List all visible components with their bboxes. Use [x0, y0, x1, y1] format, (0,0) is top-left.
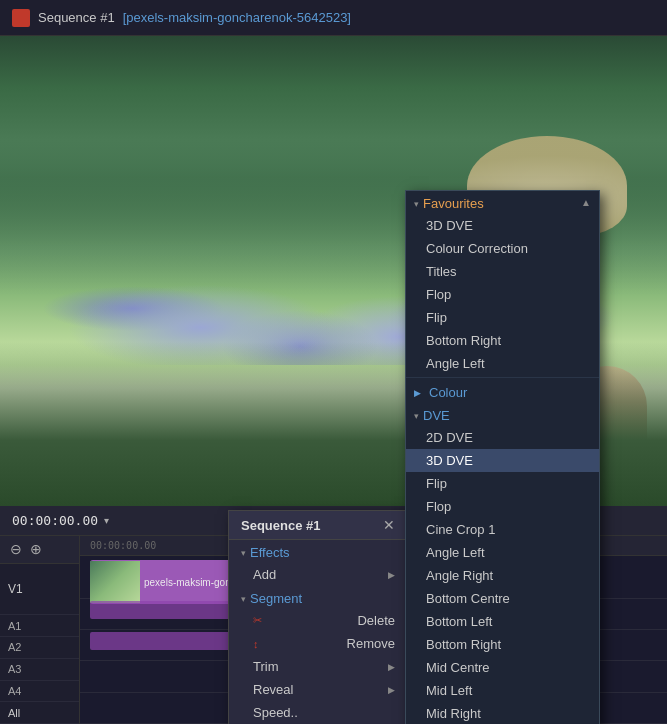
- fav-3d-dve-item[interactable]: 3D DVE: [406, 214, 599, 237]
- effects-section-header: ▾ Effects: [229, 540, 407, 563]
- dve-bottom-right-item[interactable]: Bottom Right: [406, 633, 599, 656]
- remove-icon: ↕: [253, 638, 259, 650]
- title-bar: Sequence #1 [pexels-maksim-goncharenok-5…: [0, 0, 667, 36]
- favourites-chevron-icon: ▾: [414, 199, 419, 209]
- delete-label: Delete: [357, 613, 395, 628]
- submenu-scroll-up-icon[interactable]: ▲: [581, 197, 591, 208]
- timecode-display: 00:00:00.00: [12, 513, 98, 528]
- dve-angle-left-item[interactable]: Angle Left: [406, 541, 599, 564]
- fav-flop-item[interactable]: Flop: [406, 283, 599, 306]
- remove-label: Remove: [347, 636, 395, 651]
- reveal-menu-item[interactable]: Reveal: [229, 678, 407, 701]
- dve-angle-right-item[interactable]: Angle Right: [406, 564, 599, 587]
- fav-titles-item[interactable]: Titles: [406, 260, 599, 283]
- effects-submenu: ▲ ▾ Favourites 3D DVE Colour Correction …: [405, 190, 600, 724]
- track-label-a3: A3: [0, 659, 79, 681]
- add-menu-item[interactable]: Add: [229, 563, 407, 586]
- speed-label: Speed..: [253, 705, 298, 720]
- track-label-a1: A1: [0, 615, 79, 637]
- dve-section-header: ▾ DVE: [406, 403, 599, 426]
- dve-label: DVE: [423, 408, 450, 423]
- zoom-out-button[interactable]: ⊖: [8, 541, 24, 557]
- sequence-menu-close-button[interactable]: ✕: [383, 517, 395, 533]
- trim-menu-item[interactable]: Trim: [229, 655, 407, 678]
- dve-mid-centre-item[interactable]: Mid Centre: [406, 656, 599, 679]
- delete-menu-item[interactable]: ✂ Delete: [229, 609, 407, 632]
- sequence-title: Sequence #1: [38, 10, 115, 25]
- favourites-label: Favourites: [423, 196, 484, 211]
- dve-flip-item[interactable]: Flip: [406, 472, 599, 495]
- dve-bottom-left-item[interactable]: Bottom Left: [406, 610, 599, 633]
- track-label-a4: A4: [0, 681, 79, 703]
- fav-colour-correction-item[interactable]: Colour Correction: [406, 237, 599, 260]
- timeline-controls: ⊖ ⊕: [0, 536, 79, 564]
- segment-chevron-icon: ▾: [241, 594, 246, 604]
- file-name: [pexels-maksim-goncharenok-5642523]: [123, 10, 351, 25]
- dve-mid-left-item[interactable]: Mid Left: [406, 679, 599, 702]
- dve-flop-item[interactable]: Flop: [406, 495, 599, 518]
- track-labels: ⊖ ⊕ V1 A1 A2 A3 A4 All: [0, 536, 80, 724]
- track-label-v1: V1: [0, 564, 79, 615]
- add-label: Add: [253, 567, 276, 582]
- ruler-timecode: 00:00:00.00: [90, 540, 156, 551]
- effects-chevron-icon: ▾: [241, 548, 246, 558]
- speed-menu-item[interactable]: Speed..: [229, 701, 407, 724]
- clip-thumbnail: [90, 561, 140, 603]
- v1-label: V1: [8, 582, 23, 596]
- colour-section-header[interactable]: ▶ Colour: [406, 380, 599, 403]
- segment-section-header: ▾ Segment: [229, 586, 407, 609]
- remove-menu-item[interactable]: ↕ Remove: [229, 632, 407, 655]
- segment-label: Segment: [250, 591, 302, 606]
- track-label-a2: A2: [0, 637, 79, 659]
- dve-bottom-centre-item[interactable]: Bottom Centre: [406, 587, 599, 610]
- fav-angle-left-item[interactable]: Angle Left: [406, 352, 599, 375]
- track-label-all: All: [0, 702, 79, 724]
- fav-flip-item[interactable]: Flip: [406, 306, 599, 329]
- audio-clip-a1: [90, 601, 250, 619]
- effects-label: Effects: [250, 545, 290, 560]
- dve-3d-item[interactable]: 3D DVE: [406, 449, 599, 472]
- dve-2d-item[interactable]: 2D DVE: [406, 426, 599, 449]
- delete-icon: ✂: [253, 614, 262, 627]
- dve-cine-crop-item[interactable]: Cine Crop 1: [406, 518, 599, 541]
- trim-label: Trim: [253, 659, 279, 674]
- colour-expand-icon: ▶: [414, 388, 421, 398]
- sequence-menu-title: Sequence #1: [241, 518, 321, 533]
- audio-clip-a2: [90, 632, 250, 650]
- fav-bottom-right-item[interactable]: Bottom Right: [406, 329, 599, 352]
- dve-chevron-icon: ▾: [414, 411, 419, 421]
- dve-mid-right-item[interactable]: Mid Right: [406, 702, 599, 724]
- sequence-menu-header: Sequence #1 ✕: [229, 511, 407, 540]
- colour-label: Colour: [429, 385, 467, 400]
- app-icon: [12, 9, 30, 27]
- reveal-label: Reveal: [253, 682, 293, 697]
- submenu-divider-1: [406, 377, 599, 378]
- video-clip[interactable]: pexels-maksim-goncharenok-: [90, 560, 250, 604]
- favourites-section-header: ▾ Favourites: [406, 191, 599, 214]
- timecode-chevron-icon[interactable]: ▾: [104, 515, 109, 526]
- zoom-in-button[interactable]: ⊕: [28, 541, 44, 557]
- sequence-context-menu: Sequence #1 ✕ ▾ Effects Add ▾ Segment ✂ …: [228, 510, 408, 724]
